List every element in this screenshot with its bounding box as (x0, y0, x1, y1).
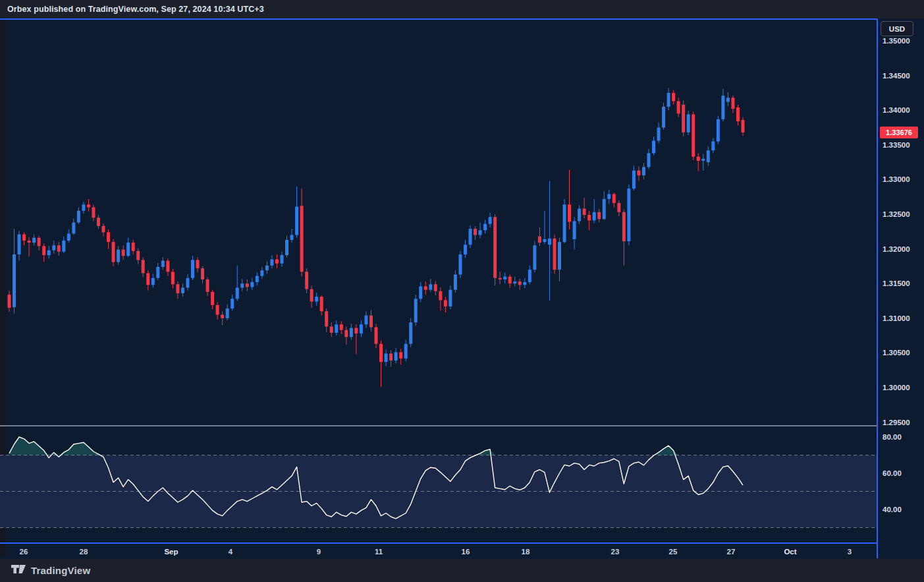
candle-down (499, 278, 502, 279)
candle-down (439, 291, 442, 301)
candle-down (736, 107, 740, 121)
candle-down (176, 284, 179, 293)
candle-up (385, 353, 388, 362)
candle-down (344, 330, 348, 337)
candle-down (583, 209, 586, 215)
price-pane[interactable] (6, 20, 877, 426)
candle-up (483, 224, 487, 230)
candle-up (717, 119, 720, 142)
time-axis[interactable] (0, 544, 877, 559)
candle-down (102, 226, 105, 232)
rsi-axis-label: 40.00 (883, 506, 902, 513)
candle-up (250, 282, 254, 287)
candle-up (627, 189, 630, 241)
candle-down (201, 268, 204, 279)
candle-down (8, 295, 11, 308)
candle-up (721, 96, 724, 119)
candle-down (28, 241, 31, 243)
price-axis-label: 1.29500 (883, 419, 910, 426)
time-axis-label-26: 26 (20, 548, 28, 556)
time-axis-label-16: 16 (462, 548, 470, 556)
candle-down (518, 281, 522, 285)
tradingview-brand-text[interactable]: TradingView (31, 565, 90, 576)
candle-up (82, 204, 85, 210)
candle-up (429, 284, 432, 289)
candle-up (701, 159, 705, 161)
candle-up (360, 324, 363, 334)
candle-down (444, 300, 447, 306)
candle-up (72, 223, 75, 234)
candle-up (603, 199, 606, 219)
attribution-bar: Orbex published on TradingView.com, Sep … (0, 0, 924, 18)
candle-down (731, 98, 734, 109)
price-axis-label: 1.35000 (883, 37, 910, 45)
price-axis-label: 1.31000 (883, 314, 910, 322)
candle-up (711, 142, 715, 151)
candle-up (47, 250, 51, 255)
candle-up (469, 229, 472, 245)
price-axis-label: 1.32500 (883, 210, 910, 218)
candle-up (548, 239, 551, 245)
candle-up (295, 206, 298, 235)
candle-down (132, 243, 135, 251)
candle-down (553, 239, 556, 270)
candle-up (513, 281, 516, 283)
candle-down (508, 277, 512, 284)
candle-down (374, 327, 377, 343)
candle-up (394, 352, 398, 361)
candle-down (399, 352, 402, 358)
candle-up (533, 245, 536, 270)
candle-up (578, 209, 581, 221)
time-axis-label-25: 25 (669, 548, 678, 556)
candle-up (558, 242, 561, 270)
rsi-pane[interactable] (0, 426, 877, 542)
footer-bar: TradingView (0, 559, 924, 582)
candle-up (161, 260, 165, 266)
candle-up (156, 267, 159, 278)
candle-down (310, 289, 313, 302)
candle-up (18, 235, 21, 255)
candle-up (404, 344, 408, 359)
rsi-axis-label: 80.00 (883, 433, 902, 441)
candle-up (707, 150, 710, 162)
time-axis-label-18: 18 (522, 548, 530, 556)
candle-up (240, 283, 244, 287)
candle-up (419, 286, 422, 299)
candle-up (454, 275, 457, 290)
tradingview-published-chart: Orbex published on TradingView.com, Sep … (0, 0, 924, 582)
candle-up (126, 243, 130, 256)
time-axis-label-3: 3 (848, 548, 852, 556)
candle-down (340, 324, 343, 330)
candle-up (409, 322, 412, 344)
candle-up (62, 241, 65, 252)
candle-up (260, 270, 263, 276)
chart-canvas[interactable]: 1.350001.345001.340001.335001.330001.325… (0, 0, 924, 582)
price-axis-label: 1.33500 (883, 141, 910, 149)
price-axis-label: 1.33000 (883, 175, 910, 183)
candle-down (146, 273, 149, 285)
candle-up (280, 255, 283, 264)
time-axis-label-28: 28 (80, 548, 88, 556)
candle-up (350, 328, 353, 337)
candle-up (191, 260, 194, 277)
candle-down (434, 284, 437, 291)
candle-down (246, 283, 249, 287)
candle-down (206, 279, 209, 292)
price-axis-label: 1.30500 (883, 349, 910, 357)
candle-up (642, 167, 645, 175)
candle-down (211, 292, 214, 305)
currency-toggle-button[interactable]: USD (881, 21, 913, 36)
time-axis-label-9: 9 (317, 548, 321, 556)
candle-down (637, 171, 640, 175)
candle-up (726, 98, 730, 102)
candle-up (315, 297, 318, 301)
price-axis-label: 1.30000 (883, 384, 910, 392)
time-axis-label-11: 11 (375, 548, 383, 556)
price-axis-label: 1.32000 (883, 245, 910, 253)
candle-down (617, 203, 620, 212)
tradingview-logo-icon[interactable] (11, 564, 26, 577)
price-axis-label: 1.34500 (883, 72, 910, 80)
candle-up (479, 230, 482, 235)
candle-down (275, 259, 279, 263)
candle-up (652, 140, 655, 153)
